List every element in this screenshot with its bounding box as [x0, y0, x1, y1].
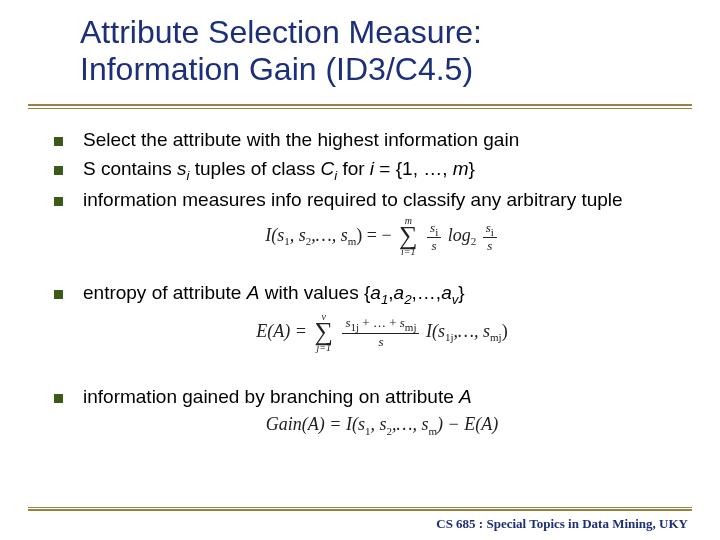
- bullet-5-text: information gained by branching on attri…: [83, 385, 680, 410]
- bullet-icon: [54, 166, 63, 175]
- slide-title: Attribute Selection Measure: Information…: [0, 0, 720, 94]
- divider-top-2: [28, 108, 692, 109]
- bullet-3: information measures info required to cl…: [54, 188, 680, 213]
- bullet-3-text: information measures info required to cl…: [83, 188, 680, 213]
- divider-bottom-1: [28, 507, 692, 508]
- bullet-icon: [54, 290, 63, 299]
- bullet-2-text: S contains si tuples of class Ci for i =…: [83, 157, 680, 184]
- bullet-icon: [54, 137, 63, 146]
- bullet-4: entropy of attribute A with values {a1,a…: [54, 281, 680, 308]
- sigma-icon: v∑j=1: [314, 312, 333, 353]
- bullet-2: S contains si tuples of class Ci for i =…: [54, 157, 680, 184]
- divider-top-1: [28, 104, 692, 106]
- bullet-icon: [54, 197, 63, 206]
- title-line-2: Information Gain (ID3/C4.5): [80, 51, 473, 87]
- formula-entropy: E(A) = v∑j=1 s1j + … + smjs I(s1j,…, smj…: [84, 312, 680, 353]
- formula-gain: Gain(A) = I(s1, s2,…, sm) − E(A): [84, 414, 680, 437]
- formula-information: I(s1, s2,…, sm) = − m∑i=1 sis log2 sis: [84, 216, 680, 257]
- bullet-1: Select the attribute with the highest in…: [54, 128, 680, 153]
- bullet-5: information gained by branching on attri…: [54, 385, 680, 410]
- title-line-1: Attribute Selection Measure:: [80, 14, 482, 50]
- sigma-icon: m∑i=1: [399, 216, 418, 257]
- bullet-icon: [54, 394, 63, 403]
- slide: Attribute Selection Measure: Information…: [0, 0, 720, 540]
- footer-text: CS 685 : Special Topics in Data Mining, …: [436, 516, 688, 532]
- content-area: Select the attribute with the highest in…: [54, 128, 680, 446]
- divider-bottom-2: [28, 509, 692, 511]
- bullet-4-text: entropy of attribute A with values {a1,a…: [83, 281, 680, 308]
- bullet-1-text: Select the attribute with the highest in…: [83, 128, 680, 153]
